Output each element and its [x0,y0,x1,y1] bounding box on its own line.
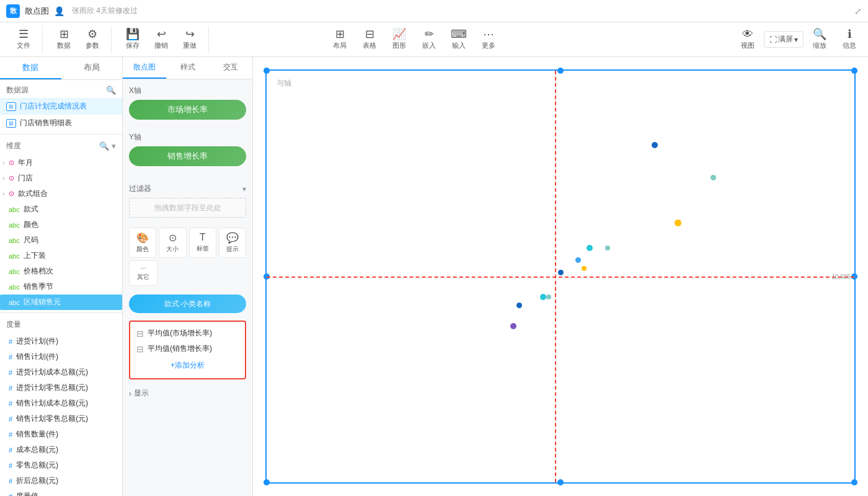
layout-btn[interactable]: ⊞ 布局 [326,26,353,53]
measures-list: #进货计划(件)#销售计划(件)#进货计划成本总额(元)#进货计划零售总额(元)… [0,334,122,496]
dim-item-chima[interactable]: abc 尺码 [0,232,122,248]
chart-btn[interactable]: 📈 图形 [386,26,413,53]
middle-panel: 散点图 样式 交互 X轴 市场增长率 Y轴 销售增长率 过滤器 ▾ 拖拽数据字 [123,57,253,496]
x-axis-field[interactable]: 市场增长率 [129,100,246,120]
display-header[interactable]: › 显示 [129,388,246,399]
chart-canvas: 与轴 10,605 [265,69,856,484]
mark-other-btn[interactable]: ··· 其它 [129,260,157,286]
tab-layout[interactable]: 布局 [61,57,123,79]
redo-btn[interactable]: ↪ 重做 [176,26,203,53]
measure-item[interactable]: #成本总额(元) [0,442,122,458]
expand-icon[interactable]: ⤢ [854,6,862,16]
display-chevron-icon: › [129,389,131,398]
layout-icon: ⊞ [335,29,345,40]
toolbar-group-edit: 💾 保存 ↩ 撤销 ↪ 重做 [114,26,209,53]
left-panel-scroll: 数据源 🔍 ⊞ 门店计划完成情况表 ⊞ 门店销售明细表 维度 🔍 ▾ [0,80,122,496]
file-menu-btn[interactable]: ☰ 文件 [10,26,37,53]
undo-btn[interactable]: ↩ 撤销 [148,26,175,53]
analysis-item-0[interactable]: ⊟ 平均值(市场增长率) [134,326,241,341]
color-tag[interactable]: 款式·小类名称 [129,294,246,313]
more-btn[interactable]: ⋯ 更多 [475,26,502,53]
measure-item[interactable]: #度量值 [0,489,122,496]
mark-tooltip-btn[interactable]: 💬 提示 [219,228,246,258]
dim-item-shangxiazhuang[interactable]: abc 上下装 [0,248,122,264]
handle-tm[interactable] [557,68,564,74]
params-btn[interactable]: ⚙ 参数 [79,26,106,53]
analysis-item-1[interactable]: ⊟ 平均值(销售增长率) [134,341,241,356]
table-btn[interactable]: ⊟ 表格 [356,26,383,53]
more-icon: ⋯ [483,29,494,40]
add-analysis-btn[interactable]: +添加分析 [134,356,241,374]
handle-bl[interactable] [264,479,270,485]
dim-item-kuanshi[interactable]: abc 款式 [0,202,122,217]
measure-item[interactable]: #进货计划成本总额(元) [0,365,122,380]
dim-item-mendian[interactable]: › ⊙ 门店 [0,170,122,186]
label-icon: T [200,232,206,243]
view-btn[interactable]: 👁 视图 [734,26,761,53]
dim-item-kuanshizuhe[interactable]: › ⊙ 款式组合 [0,186,122,202]
expand-dim-icon[interactable]: ▾ [112,141,116,151]
filter-dropzone[interactable]: 拖拽数据字段至此处 [129,198,246,218]
dim-item-xiaoshoujijie[interactable]: abc 销售季节 [0,279,122,294]
search-dim-icon[interactable]: 🔍 [99,141,109,151]
fullscreen-btn[interactable]: ⛶ 满屏 ▾ [764,31,804,48]
dim-item-highlighted[interactable]: abc 区域销售元 [0,294,122,310]
measure-item[interactable]: #折后总额(元) [0,473,122,489]
handle-tr[interactable] [851,68,857,74]
measure-item[interactable]: #销售计划零售总额(元) [0,411,122,427]
handle-bm[interactable] [557,479,564,485]
scatter-dot [516,303,522,308]
scatter-dot [558,270,564,275]
chevron-icon: › [2,190,4,197]
color-palette-icon: 🎨 [136,232,149,244]
y-axis-section: Y轴 销售增长率 [123,132,252,179]
dim-item-nianyu[interactable]: › ⊙ 年月 [0,155,122,170]
input-btn[interactable]: ⌨ 输入 [445,26,472,53]
measure-item[interactable]: #销售数量(件) [0,427,122,442]
datasource-item-1[interactable]: ⊞ 门店销售明细表 [0,115,122,131]
chart-tab-scatter[interactable]: 散点图 [123,57,166,79]
save-btn[interactable]: 💾 保存 [119,26,146,53]
dim-item-yanse[interactable]: abc 颜色 [0,217,122,232]
handle-br[interactable] [851,479,857,485]
mark-color-btn[interactable]: 🎨 颜色 [129,228,156,258]
datasource-item-0[interactable]: ⊞ 门店计划完成情况表 [0,98,122,115]
chart-tab-style[interactable]: 样式 [166,57,210,79]
analysis-section: ⊟ 平均值(市场增长率) ⊟ 平均值(销售增长率) +添加分析 [129,321,246,379]
user-info: 张雨欣 4天前修改过 [72,6,138,16]
chart-tab-interact[interactable]: 交互 [209,57,252,79]
info-btn[interactable]: ℹ 信息 [836,26,863,53]
measure-item[interactable]: #进货计划零售总额(元) [0,380,122,396]
mark-size-btn[interactable]: ⊙ 大小 [159,228,186,258]
measure-item[interactable]: #销售计划成本总额(元) [0,396,122,411]
user-icon: 👤 [54,6,64,16]
mark-label-btn[interactable]: T 标签 [189,228,216,258]
handle-tl[interactable] [264,68,270,74]
undo-icon: ↩ [157,29,166,40]
toolbar: ☰ 文件 ⊞ 数据 ⚙ 参数 💾 保存 ↩ 撤销 ↪ 重做 ⊞ 布 [0,22,868,57]
measure-item[interactable]: #零售总额(元) [0,458,122,473]
filter-chevron-icon[interactable]: ▾ [242,185,246,193]
measure-item[interactable]: #进货计划(件) [0,334,122,349]
zoom-btn[interactable]: 🔍 缩放 [806,26,833,53]
title-bar: 散 散点图 👤 张雨欣 4天前修改过 ⤢ [0,0,868,22]
data-btn[interactable]: ⊞ 数据 [50,26,78,53]
ds-table-icon-1: ⊞ [6,119,16,128]
data-icon: ⊞ [60,29,69,40]
search-datasource-icon[interactable]: 🔍 [106,86,116,95]
size-icon: ⊙ [169,232,177,244]
info-icon: ℹ [848,29,852,40]
embed-btn[interactable]: ✏ 嵌入 [415,26,443,53]
chart-area: 与轴 10,605 [253,57,868,496]
dim-item-jiagecici[interactable]: abc 价格档次 [0,264,122,279]
tab-data[interactable]: 数据 [0,57,61,79]
scatter-dot [540,294,546,300]
app-icon: 散 [6,4,20,18]
data-source-header: 数据源 🔍 [0,80,122,98]
toolbar-right: 👁 视图 ⛶ 满屏 ▾ 🔍 缩放 ℹ 信息 [734,26,863,53]
redo-icon: ↪ [185,29,195,40]
filter-header: 过滤器 ▾ [129,184,246,194]
params-icon: ⚙ [87,29,97,40]
y-axis-field[interactable]: 销售增长率 [129,146,246,166]
measure-item[interactable]: #销售计划(件) [0,349,122,365]
